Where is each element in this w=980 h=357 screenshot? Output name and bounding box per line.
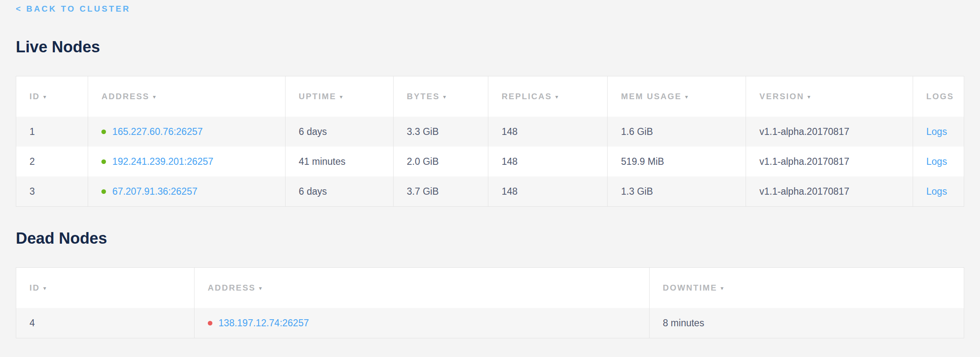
cell-version: v1.1-alpha.20170817 (746, 147, 913, 176)
sort-arrow-icon: ▾ (43, 285, 46, 291)
column-header-address[interactable]: ADDRESS▾ (194, 268, 649, 308)
sort-arrow-icon: ▾ (721, 285, 724, 291)
sort-arrow-icon: ▾ (555, 93, 558, 100)
cell-version: v1.1-alpha.20170817 (746, 117, 913, 147)
cell-replicas: 148 (488, 147, 607, 176)
back-to-cluster-link[interactable]: < BACK TO CLUSTER (16, 4, 131, 14)
cell-logs: Logs (913, 176, 964, 207)
cell-mem_usage: 1.3 GiB (608, 176, 746, 207)
node-status-healthy-icon (101, 159, 106, 164)
cell-mem_usage: 519.9 MiB (608, 147, 746, 176)
cell-address: 67.207.91.36:26257 (88, 176, 285, 207)
cell-logs: Logs (913, 117, 964, 147)
column-header-id[interactable]: ID▾ (16, 268, 195, 308)
node-status-healthy-icon (101, 130, 106, 134)
node-address-link[interactable]: 165.227.60.76:26257 (112, 126, 202, 137)
column-label: DOWNTIME (663, 283, 717, 292)
nodes-page: < BACK TO CLUSTER Live Nodes ID▾ADDRESS▾… (0, 0, 980, 338)
column-header-bytes[interactable]: BYTES▾ (393, 76, 488, 117)
dead-nodes-table: ID▾ADDRESS▾DOWNTIME▾4138.197.12.74:26257… (16, 267, 964, 338)
sort-arrow-icon: ▾ (443, 93, 446, 100)
sort-arrow-icon: ▾ (808, 93, 810, 100)
cell-id: 1 (16, 117, 88, 147)
table-row: 1165.227.60.76:262576 days3.3 GiB1481.6 … (16, 117, 964, 147)
cell-address: 192.241.239.201:26257 (88, 147, 285, 176)
cell-logs: Logs (913, 147, 964, 176)
cell-downtime: 8 minutes (649, 308, 964, 338)
live-nodes-table: ID▾ADDRESS▾UPTIME▾BYTES▾REPLICAS▾MEM USA… (16, 76, 964, 207)
cell-bytes: 2.0 GiB (393, 147, 488, 176)
column-label: LOGS (926, 92, 954, 101)
cell-uptime: 6 days (285, 176, 393, 207)
cell-version: v1.1-alpha.20170817 (746, 176, 913, 207)
column-label: ADDRESS (208, 283, 256, 292)
dead-nodes-heading: Dead Nodes (16, 229, 964, 247)
column-header-id[interactable]: ID▾ (16, 76, 88, 117)
node-address-link[interactable]: 138.197.12.74:26257 (219, 318, 309, 328)
cell-id: 4 (16, 308, 195, 338)
node-status-dead-icon (208, 321, 212, 325)
node-status-healthy-icon (101, 189, 106, 194)
header-row: ID▾ADDRESS▾DOWNTIME▾ (16, 268, 964, 308)
column-label: ID (30, 92, 40, 101)
column-label: ID (30, 283, 40, 292)
column-header-logs: LOGS (913, 76, 964, 117)
logs-link[interactable]: Logs (926, 126, 947, 137)
sort-arrow-icon: ▾ (685, 93, 688, 100)
column-label: REPLICAS (502, 92, 552, 101)
sort-arrow-icon: ▾ (43, 93, 46, 100)
logs-link[interactable]: Logs (926, 156, 947, 167)
logs-link[interactable]: Logs (926, 186, 947, 197)
live-nodes-section: Live Nodes ID▾ADDRESS▾UPTIME▾BYTES▾REPLI… (16, 38, 964, 207)
cell-mem_usage: 1.6 GiB (608, 117, 746, 147)
column-header-uptime[interactable]: UPTIME▾ (285, 76, 393, 117)
dead-nodes-section: Dead Nodes ID▾ADDRESS▾DOWNTIME▾4138.197.… (16, 229, 964, 338)
cell-bytes: 3.7 GiB (393, 176, 488, 207)
cell-replicas: 148 (488, 176, 607, 207)
column-label: UPTIME (299, 92, 337, 101)
column-header-downtime[interactable]: DOWNTIME▾ (649, 268, 964, 308)
node-address-link[interactable]: 192.241.239.201:26257 (112, 156, 213, 167)
cell-address: 165.227.60.76:26257 (88, 117, 285, 147)
cell-replicas: 148 (488, 117, 607, 147)
node-address-link[interactable]: 67.207.91.36:26257 (112, 186, 197, 197)
live-nodes-heading: Live Nodes (16, 38, 964, 56)
column-label: MEM USAGE (621, 92, 682, 101)
cell-bytes: 3.3 GiB (393, 117, 488, 147)
column-header-replicas[interactable]: REPLICAS▾ (488, 76, 607, 117)
header-row: ID▾ADDRESS▾UPTIME▾BYTES▾REPLICAS▾MEM USA… (16, 76, 964, 117)
table-row: 2192.241.239.201:2625741 minutes2.0 GiB1… (16, 147, 964, 176)
column-label: BYTES (407, 92, 440, 101)
cell-uptime: 6 days (285, 117, 393, 147)
column-header-version[interactable]: VERSION▾ (746, 76, 913, 117)
cell-id: 2 (16, 147, 88, 176)
cell-id: 3 (16, 176, 88, 207)
sort-arrow-icon: ▾ (153, 93, 156, 100)
sort-arrow-icon: ▾ (340, 93, 342, 100)
column-header-address[interactable]: ADDRESS▾ (88, 76, 285, 117)
column-header-mem_usage[interactable]: MEM USAGE▾ (608, 76, 746, 117)
cell-address: 138.197.12.74:26257 (194, 308, 649, 338)
sort-arrow-icon: ▾ (259, 285, 262, 291)
table-row: 4138.197.12.74:262578 minutes (16, 308, 964, 338)
column-label: VERSION (759, 92, 804, 101)
table-row: 367.207.91.36:262576 days3.7 GiB1481.3 G… (16, 176, 964, 207)
column-label: ADDRESS (101, 92, 149, 101)
cell-uptime: 41 minutes (285, 147, 393, 176)
